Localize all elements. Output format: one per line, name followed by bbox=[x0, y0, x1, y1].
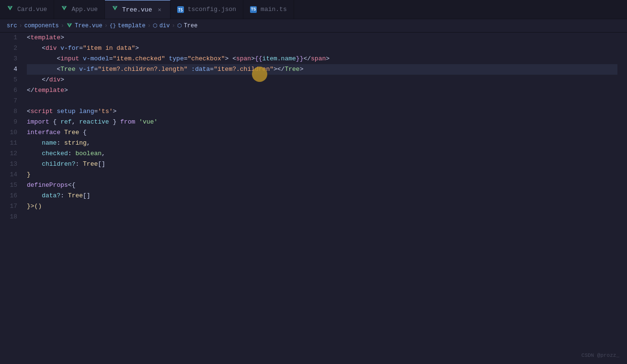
code-l5-s1: </ bbox=[42, 75, 49, 85]
code-line-15: defineProps<{ bbox=[27, 180, 617, 191]
div-icon: ⬡ bbox=[153, 23, 158, 29]
code-l8-s4: setup bbox=[57, 106, 75, 117]
code-l10-s3: Tree bbox=[64, 127, 79, 138]
code-line-16: data?: Tree[] bbox=[27, 191, 617, 201]
code-l2-s5: = bbox=[79, 43, 83, 54]
code-l3-s17: </ bbox=[303, 54, 311, 64]
ln-17: 17 bbox=[0, 201, 23, 212]
code-l4-s4: v-if bbox=[79, 64, 94, 75]
code-l8-s9: > bbox=[113, 106, 117, 117]
vue-icon-bc bbox=[66, 23, 73, 29]
code-l8-s7: = bbox=[94, 106, 98, 117]
bc-tree: Tree bbox=[184, 23, 198, 29]
code-l3-s14: {{ bbox=[255, 54, 262, 64]
code-l3-s6: "item.checked" bbox=[113, 54, 165, 64]
bc-sep-4: › bbox=[148, 23, 151, 29]
code-l16-s4: [] bbox=[83, 191, 91, 201]
tab-tree[interactable]: Tree.vue ✕ bbox=[105, 0, 171, 19]
tab-app[interactable]: App.vue bbox=[54, 0, 105, 19]
ln-4: 4 bbox=[0, 64, 23, 75]
tab-bar: Card.vue App.vue Tree.vue ✕ TS bbox=[0, 0, 627, 19]
code-l15-s1: defineProps bbox=[27, 180, 68, 191]
bc-sep-5: › bbox=[171, 23, 175, 29]
watermark-text: CSDN @prozz_ bbox=[581, 353, 619, 358]
code-l16-s3: Tree bbox=[68, 191, 83, 201]
code-l2-s3 bbox=[57, 43, 60, 54]
code-l12-indent bbox=[27, 148, 42, 159]
ln-6: 6 bbox=[0, 85, 23, 96]
code-l2-indent bbox=[27, 43, 42, 54]
code-l4-s9: = bbox=[210, 64, 214, 75]
code-l11-s1: name bbox=[42, 138, 57, 148]
tab-tsconfig[interactable]: TS tsconfig.json bbox=[171, 0, 243, 19]
code-l13-s4: [] bbox=[98, 159, 105, 170]
code-l8-s8: 'ts' bbox=[98, 106, 113, 117]
code-l3-s2: input bbox=[60, 54, 79, 64]
code-l12-s1: checked bbox=[42, 148, 68, 159]
code-line-9: import { ref, reactive } from 'vue' bbox=[27, 117, 617, 127]
code-l4-s8: :data bbox=[191, 64, 210, 75]
code-l12-s2: : bbox=[68, 148, 76, 159]
code-l3-s5: = bbox=[109, 54, 113, 64]
ts-icon-main: TS bbox=[250, 6, 257, 13]
code-l2-s7: > bbox=[135, 43, 139, 54]
bc-sep-1: › bbox=[19, 23, 23, 29]
code-line-7 bbox=[27, 96, 617, 106]
code-l10-s2 bbox=[60, 127, 64, 138]
code-line-3: <input v-model="item.checked" type="chec… bbox=[27, 54, 617, 64]
bc-div: div bbox=[160, 23, 170, 29]
ln-14: 14 bbox=[0, 170, 23, 180]
code-l9-s8 bbox=[135, 117, 139, 127]
tab-main-label: main.ts bbox=[261, 6, 287, 13]
code-line-12: checked: boolean, bbox=[27, 148, 617, 159]
code-l3-s16: }} bbox=[296, 54, 304, 64]
code-l5-s2: div bbox=[49, 75, 60, 85]
watermark: CSDN @prozz_ bbox=[581, 353, 619, 358]
code-l8-s5 bbox=[75, 106, 79, 117]
code-l1-s3: > bbox=[60, 33, 64, 43]
template-icon: {} bbox=[110, 23, 116, 29]
code-l3-s11: > < bbox=[225, 54, 236, 64]
code-l2-s2: div bbox=[46, 43, 57, 54]
code-l9-s3: ref bbox=[60, 117, 71, 127]
tab-card[interactable]: Card.vue bbox=[0, 0, 54, 19]
code-line-2: <div v-for="item in data"> bbox=[27, 43, 617, 54]
tab-close-button[interactable]: ✕ bbox=[156, 5, 163, 14]
code-line-10: interface Tree { bbox=[27, 127, 617, 138]
code-l4-s5: = bbox=[94, 64, 98, 75]
tab-main[interactable]: TS main.ts bbox=[243, 0, 294, 19]
code-l14-s1: } bbox=[27, 170, 31, 180]
code-l4-s12: Tree bbox=[285, 64, 299, 75]
bc-template: template bbox=[118, 23, 146, 29]
code-l4-s6: "item?.children?.length" bbox=[98, 64, 187, 75]
ln-8: 8 bbox=[0, 106, 23, 117]
code-l3-s18: span bbox=[311, 54, 326, 64]
code-line-17: }>() bbox=[27, 201, 617, 212]
line-numbers: 1 2 3 4 5 6 7 8 9 10 11 12 13 14 15 16 1… bbox=[0, 33, 27, 364]
code-l13-s3: Tree bbox=[83, 159, 98, 170]
code-line-18 bbox=[27, 212, 617, 222]
code-lines[interactable]: <template> <div v-for="item in data"> <i… bbox=[27, 33, 627, 364]
ln-18: 18 bbox=[0, 212, 23, 222]
code-l9-s9: 'vue' bbox=[139, 117, 158, 127]
bc-treevue: Tree.vue bbox=[75, 23, 103, 29]
code-l3-s19: > bbox=[326, 54, 330, 64]
vue-icon bbox=[7, 5, 13, 14]
tab-app-label: App.vue bbox=[71, 6, 98, 13]
code-line-6: </template> bbox=[27, 85, 617, 96]
code-l4-s3 bbox=[75, 64, 79, 75]
code-l8-s3 bbox=[53, 106, 57, 117]
code-l2-s6: "item in data" bbox=[83, 43, 135, 54]
code-l12-s4: , bbox=[102, 148, 105, 159]
code-l11-s4: , bbox=[87, 138, 91, 148]
ln-5: 5 bbox=[0, 75, 23, 85]
code-l5-s3: > bbox=[60, 75, 64, 85]
ln-15: 15 bbox=[0, 180, 23, 191]
code-l2-s4: v-for bbox=[60, 43, 79, 54]
code-l16-s2: : bbox=[60, 191, 68, 201]
code-l11-s2: : bbox=[57, 138, 64, 148]
ln-10: 10 bbox=[0, 127, 23, 138]
code-l11-s3: string bbox=[64, 138, 87, 148]
code-l1-s2: template bbox=[31, 33, 60, 43]
code-editor[interactable]: 1 2 3 4 5 6 7 8 9 10 11 12 13 14 15 16 1… bbox=[0, 33, 627, 364]
